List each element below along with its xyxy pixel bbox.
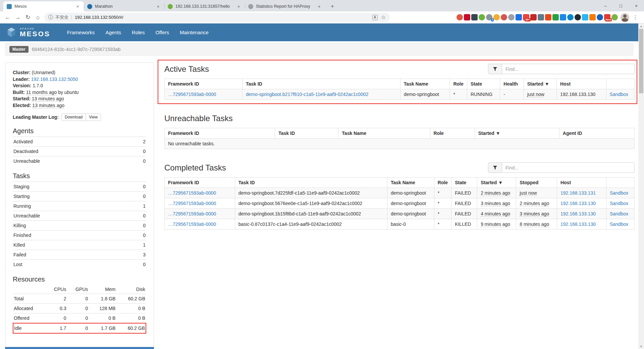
framework-link[interactable]: …7295671593ab-0000 [168, 190, 216, 196]
extension-icon[interactable]: 99+ [523, 14, 529, 20]
find-input[interactable] [502, 64, 635, 74]
extension-icon[interactable] [589, 14, 596, 20]
tab-title: Mesos [14, 4, 72, 9]
find-input[interactable] [502, 162, 635, 173]
extension-icon[interactable] [538, 14, 544, 20]
scroll-down-icon[interactable]: ▼ [638, 344, 644, 349]
extension-icon[interactable] [530, 14, 537, 20]
tasks-heading: Tasks [13, 172, 146, 180]
mesos-nav-items: Frameworks Agents Roles Offers Maintenan… [62, 23, 214, 41]
extension-icon[interactable] [582, 14, 588, 20]
sandbox-link[interactable]: Sandbox [610, 211, 628, 216]
tab-mesos[interactable]: Mesos × [3, 1, 84, 11]
browser-menu-icon[interactable]: ⋮ [633, 14, 638, 20]
log-download-button[interactable]: Download [61, 113, 86, 121]
nav-item-roles[interactable]: Roles [126, 23, 150, 41]
extension-badge: 1 [491, 18, 494, 21]
tab-close-icon[interactable]: × [316, 4, 322, 9]
extension-icon[interactable] [552, 14, 559, 20]
extension-icon[interactable] [545, 14, 551, 20]
framework-link[interactable]: …7295671593ab-0000 [168, 92, 216, 97]
extension-icon[interactable] [457, 14, 463, 20]
filter-button[interactable] [488, 64, 502, 74]
filter-button[interactable] [488, 162, 502, 173]
sandbox-link[interactable]: Sandbox [610, 190, 628, 196]
tab-marathon[interactable]: Marathon × [84, 1, 164, 11]
version-line: Version: 1.7.0 [13, 83, 146, 89]
mesos-logo[interactable]: APACHE MESOS [6, 27, 50, 39]
back-button[interactable]: ← [3, 12, 13, 22]
extension-icon[interactable] [516, 14, 522, 20]
leader-link[interactable]: 192.168.133.132:5050 [31, 77, 78, 82]
translate-icon[interactable]: A [372, 15, 378, 20]
leader-line: Leader: 192.168.133.132:5050 [13, 76, 146, 83]
extension-icon[interactable] [508, 14, 515, 20]
extension-icon[interactable] [479, 14, 485, 20]
scrollbar-thumb[interactable] [639, 29, 643, 93]
marathon-favicon-icon [87, 4, 92, 9]
table-row: Starting0 [13, 192, 146, 201]
extension-icon[interactable] [471, 14, 478, 20]
tab-close-icon[interactable]: × [155, 4, 161, 9]
resources-heading: Resources [13, 276, 146, 283]
task-link[interactable]: demo-springboot.b217f610-c1a5-11e9-aaf9-… [246, 92, 369, 97]
host-link[interactable]: 192.168.133.130 [560, 221, 596, 227]
extension-icon[interactable]: 1 [486, 14, 492, 20]
address-bar[interactable]: ⓘ 不安全 192.168.133.132:5050/#/ A ☆ [44, 13, 390, 22]
host-link[interactable]: 192.168.133.130 [560, 201, 596, 206]
avatar[interactable] [621, 13, 629, 22]
mesos-cube-icon [6, 27, 17, 39]
extension-icon[interactable] [560, 14, 566, 20]
window-close-button[interactable]: × [629, 0, 644, 11]
agents-table: Activated2 Deactivated0 Unreachable0 [13, 137, 146, 166]
framework-link[interactable]: …7295671593ab-0000 [168, 211, 216, 216]
extension-icon[interactable] [597, 14, 603, 20]
framework-link[interactable]: …7295671593ab-0000 [168, 221, 216, 227]
sandbox-link[interactable]: Sandbox [610, 221, 628, 227]
log-view-button[interactable]: View [86, 113, 101, 121]
bookmark-star-icon[interactable]: ☆ [381, 14, 386, 20]
extension-icon[interactable]: New [604, 14, 610, 20]
table-row: …7295671593ab-0000 demo-springboot.1b15f… [165, 209, 635, 219]
tab-title: Marathon [95, 4, 153, 9]
extension-icon[interactable] [464, 14, 470, 20]
tab-close-icon[interactable]: × [75, 4, 80, 9]
sandbox-link[interactable]: Sandbox [610, 201, 628, 206]
new-tab-button[interactable]: + [328, 2, 337, 11]
extension-icon[interactable] [611, 14, 618, 20]
host-link[interactable]: 192.168.133.130 [560, 211, 596, 216]
extension-icon[interactable] [493, 14, 500, 20]
extension-icon[interactable] [575, 14, 581, 20]
reload-button[interactable]: ↻ [23, 12, 33, 22]
mesos-navbar: APACHE MESOS Frameworks Agents Roles Off… [0, 23, 638, 41]
extension-icon[interactable] [501, 14, 507, 20]
table-row: Staging0 [13, 182, 146, 192]
sandbox-link[interactable]: Sandbox [610, 92, 628, 97]
tab-close-icon[interactable]: × [236, 4, 241, 9]
framework-link[interactable]: …7295671593ab-0000 [168, 201, 216, 206]
window-maximize-button[interactable]: □ [613, 0, 629, 11]
brand-mesos-label: MESOS [20, 30, 50, 37]
forward-button[interactable]: → [13, 12, 23, 22]
page-scrollbar[interactable]: ▲ ▼ [638, 23, 644, 349]
elected-line: Elected: 13 minutes ago [13, 102, 146, 109]
nav-item-agents[interactable]: Agents [100, 23, 126, 41]
scroll-up-icon[interactable]: ▲ [638, 23, 644, 29]
unreachable-tasks-table: Framework ID Task ID Task Name Role Star… [164, 128, 635, 149]
home-button[interactable]: ⌂ [33, 12, 43, 22]
tab-springboot-hello[interactable]: 192.168.133.131:31657/hello × [164, 1, 245, 11]
host-link[interactable]: 192.168.133.131 [560, 190, 596, 196]
nav-item-offers[interactable]: Offers [150, 23, 174, 41]
url-text[interactable]: 192.168.133.132:5050/#/ [75, 15, 123, 20]
page-info-icon[interactable]: ⓘ [48, 14, 53, 20]
tab-separator [245, 4, 245, 9]
extension-icon[interactable] [567, 14, 574, 20]
nav-item-frameworks[interactable]: Frameworks [62, 23, 100, 41]
tab-haproxy-stats[interactable]: Statistics Report for HAProxy × [245, 1, 325, 11]
brand-apache-label: APACHE [20, 28, 50, 30]
unreachable-tasks-title: Unreachable Tasks [164, 114, 233, 123]
started-line: Started: 13 minutes ago [13, 96, 146, 102]
nav-item-maintenance[interactable]: Maintenance [174, 23, 214, 41]
window-minimize-button[interactable]: – [598, 0, 613, 11]
table-row: Activated2 [13, 137, 146, 147]
